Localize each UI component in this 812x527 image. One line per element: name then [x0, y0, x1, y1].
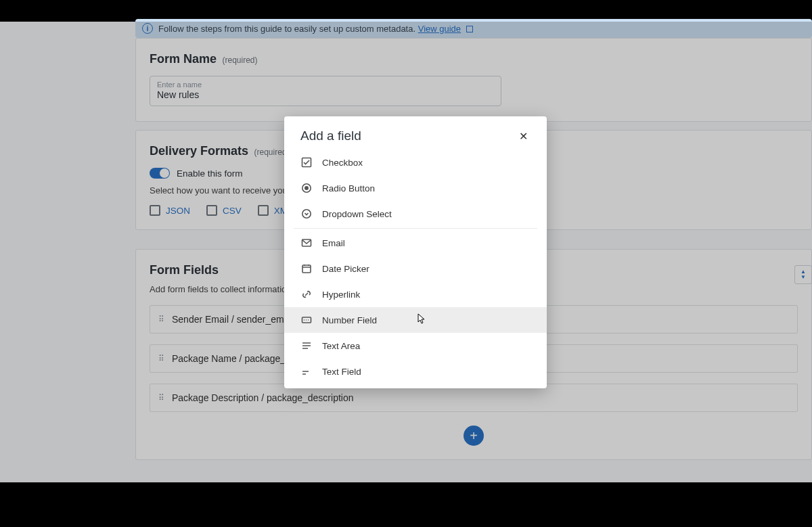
svg-point-2 [304, 186, 309, 190]
option-label: Text Area [322, 341, 360, 351]
field-row-label: Sender Email / sender_email [172, 314, 294, 325]
separator [294, 228, 537, 229]
checkbox-icon [206, 205, 217, 216]
drag-handle-icon[interactable]: ⠿ [158, 393, 165, 403]
option-label: Dropdown Select [322, 209, 392, 219]
format-json[interactable]: JSON [150, 205, 190, 216]
chevron-down-icon: ▼ [800, 275, 806, 280]
email-field-icon [300, 237, 313, 249]
option-number[interactable]: Number Field [284, 307, 547, 333]
option-label: Date Picker [322, 264, 369, 274]
stepper-control[interactable]: ▲ ▼ [794, 265, 812, 284]
drag-handle-icon[interactable]: ⠿ [158, 354, 165, 363]
add-field-modal: Add a field ✕ Checkbox Radio Button Drop… [284, 116, 547, 388]
svg-rect-5 [302, 265, 311, 273]
drag-handle-icon[interactable]: ⠿ [158, 315, 165, 324]
option-radio[interactable]: Radio Button [284, 175, 547, 201]
cursor-icon [416, 313, 427, 328]
checkbox-icon [258, 205, 269, 216]
info-icon: i [142, 23, 153, 34]
option-textarea[interactable]: Text Area [284, 333, 547, 359]
form-name-placeholder: Enter a name [157, 81, 494, 89]
enable-form-label: Enable this form [177, 168, 243, 179]
option-email[interactable]: Email [284, 230, 547, 256]
hyperlink-field-icon [300, 288, 313, 300]
textfield-field-icon [300, 365, 313, 377]
close-icon: ✕ [519, 131, 528, 142]
svg-point-3 [302, 210, 311, 218]
plus-icon: + [470, 429, 478, 442]
checkbox-field-icon [300, 156, 313, 168]
enable-form-toggle[interactable] [150, 168, 170, 179]
tip-text: Follow the steps from this guide to easi… [158, 24, 473, 34]
letterbox-bottom [0, 482, 812, 527]
option-label: Number Field [322, 315, 377, 325]
add-field-button[interactable]: + [464, 426, 484, 446]
form-name-input[interactable]: Enter a name New rules [150, 76, 501, 106]
option-date[interactable]: Date Picker [284, 256, 547, 281]
number-field-icon [300, 314, 313, 326]
external-icon [466, 26, 473, 32]
form-name-value: New rules [157, 89, 494, 100]
modal-title: Add a field [300, 129, 361, 143]
radio-field-icon [300, 182, 313, 194]
form-name-title: Form Name [150, 52, 217, 66]
option-label: Text Field [322, 367, 361, 377]
field-row-label: Package Description / package_descriptio… [172, 392, 354, 403]
textarea-field-icon [300, 340, 313, 352]
option-dropdown[interactable]: Dropdown Select [284, 201, 547, 227]
form-name-card: Form Name (required) Enter a name New ru… [135, 38, 812, 122]
option-label: Checkbox [322, 158, 363, 168]
format-csv[interactable]: CSV [206, 205, 242, 216]
form-fields-title: Form Fields [150, 263, 219, 277]
date-field-icon [300, 262, 313, 275]
option-label: Radio Button [322, 183, 375, 193]
option-label: Email [322, 238, 345, 248]
option-checkbox[interactable]: Checkbox [284, 150, 547, 175]
checkbox-icon [150, 205, 160, 216]
form-name-required: (required) [222, 55, 257, 65]
view-guide-link[interactable]: View guide [418, 24, 461, 34]
option-textfield[interactable]: Text Field [284, 359, 547, 384]
option-label: Hyperlink [322, 290, 360, 300]
option-hyperlink[interactable]: Hyperlink [284, 281, 547, 307]
tip-banner: i Follow the steps from this guide to ea… [135, 19, 812, 38]
close-button[interactable]: ✕ [516, 129, 531, 144]
delivery-title: Delivery Formats [150, 144, 248, 158]
dropdown-field-icon [300, 208, 313, 220]
page: i Follow the steps from this guide to ea… [0, 22, 812, 482]
